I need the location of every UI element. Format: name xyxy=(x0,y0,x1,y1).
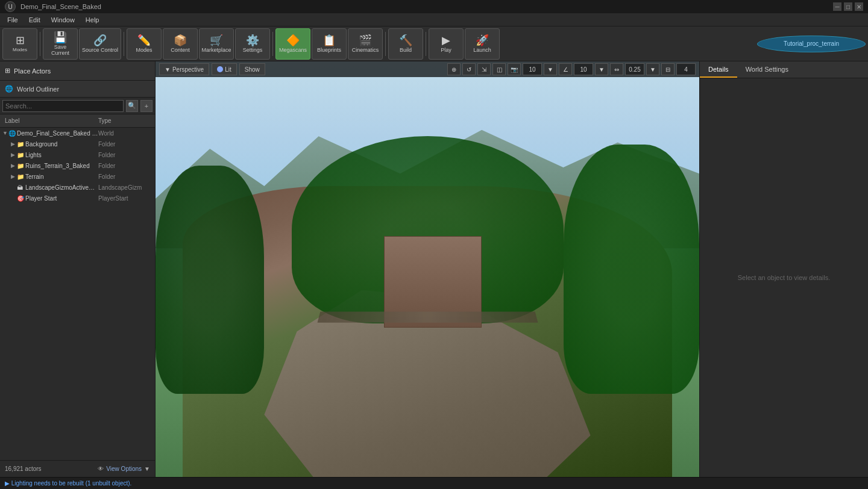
window-title: Demo_Final_Scene_Baked xyxy=(20,3,101,10)
ue-logo: U xyxy=(5,1,16,12)
trees-right xyxy=(564,145,700,394)
expand-icon-2: ▶ xyxy=(11,152,17,158)
build-button[interactable]: 🔨 Build xyxy=(388,28,423,60)
outliner-row-2[interactable]: ▶ 📁 Lights Folder xyxy=(0,149,155,160)
megascans-label: Megascans xyxy=(279,47,307,53)
viewport-tool-rotate-chevron[interactable]: ▼ xyxy=(595,63,608,75)
perspective-arrow: ▼ xyxy=(165,66,171,73)
viewport-tool-surface[interactable]: ◫ xyxy=(492,63,506,75)
viewport-scene xyxy=(156,61,699,477)
main-toolbar: ⊞ Modes 💾 Save Current 🔗 Source Control … xyxy=(0,26,868,61)
viewport-tool-scale-icon[interactable]: ⇔ xyxy=(610,63,623,75)
row-label-4: Terrain xyxy=(25,173,98,180)
viewport-toolbar: ▼ Perspective Lit Show ⊕ ↺ ⇲ ◫ 📷 10 ▼ ∠ … xyxy=(156,61,699,77)
lit-indicator xyxy=(217,66,223,72)
save-label: Save Current xyxy=(45,44,76,56)
search-input[interactable] xyxy=(2,100,124,112)
build-label: Build xyxy=(400,47,412,53)
menu-edit[interactable]: Edit xyxy=(24,15,45,25)
title-bar-left: U Demo_Final_Scene_Baked xyxy=(5,1,101,12)
close-button[interactable]: ✕ xyxy=(855,2,863,11)
source-control-button[interactable]: 🔗 Source Control xyxy=(79,28,121,60)
place-actors-title: Place Actors xyxy=(14,67,51,75)
row-icon-2: 📁 xyxy=(17,152,25,158)
content-button[interactable]: 📦 Content xyxy=(163,28,198,60)
view-options-label[interactable]: View Options xyxy=(106,466,142,472)
marketplace-icon: 🛒 xyxy=(210,35,223,46)
menu-help[interactable]: Help xyxy=(81,15,104,25)
viewport-tool-angle[interactable]: ∠ xyxy=(559,63,572,75)
cinematics-label: Cinematics xyxy=(352,47,379,53)
outliner-row-5[interactable]: 🏔 LandscapeGizmoActiveActor LandscapeGiz… xyxy=(0,182,155,193)
menu-file[interactable]: File xyxy=(2,15,23,25)
build-icon: 🔨 xyxy=(399,35,412,46)
viewport-tool-camera[interactable]: 📷 xyxy=(508,63,521,75)
outliner-row-4[interactable]: ▶ 📁 Terrain Folder xyxy=(0,171,155,182)
place-actors-icon: ⊞ xyxy=(16,35,25,46)
grid-size-field: 10 xyxy=(523,63,542,75)
lit-label: Lit xyxy=(225,66,231,73)
expand-icon-1: ▶ xyxy=(11,141,17,147)
details-tab[interactable]: Details xyxy=(700,62,737,78)
outliner-row-3[interactable]: ▶ 📁 Ruins_Terrain_3_Baked Folder xyxy=(0,160,155,171)
row-type-4: Folder xyxy=(98,173,153,180)
engine-version-label: Tutorial_proc_terrain xyxy=(784,40,839,47)
play-label: Play xyxy=(441,47,451,53)
select-message: Select an object to view details. xyxy=(738,274,830,281)
megascans-button[interactable]: 🔶 Megascans xyxy=(275,28,310,60)
outliner-row-1[interactable]: ▶ 📁 Background Folder xyxy=(0,139,155,149)
save-current-button[interactable]: 💾 Save Current xyxy=(43,28,78,60)
launch-button[interactable]: 🚀 Launch xyxy=(465,28,500,60)
col-label-header: Label xyxy=(2,117,98,124)
viewport-tool-grid-chevron[interactable]: ▼ xyxy=(544,63,557,75)
viewport-tool-translate[interactable]: ⊕ xyxy=(447,63,461,75)
outliner-row-0[interactable]: ▼ 🌐 Demo_Final_Scene_Baked (Editor) Worl… xyxy=(0,128,155,139)
blueprints-button[interactable]: 📋 Blueprints xyxy=(312,28,347,60)
toolbar-divider-5 xyxy=(426,32,426,56)
cinematics-button[interactable]: 🎬 Cinematics xyxy=(348,28,383,60)
lit-button[interactable]: Lit xyxy=(212,63,237,75)
place-actors-label: Modes xyxy=(13,47,27,52)
expand-icon-3: ▶ xyxy=(11,163,17,169)
maximize-button[interactable]: □ xyxy=(844,2,852,11)
rail-path xyxy=(317,312,538,323)
col-type-header: Type xyxy=(98,117,153,124)
world-settings-tab[interactable]: World Settings xyxy=(737,62,797,78)
source-control-icon: 🔗 xyxy=(93,35,107,46)
add-button[interactable]: + xyxy=(140,100,153,112)
left-panel: ⊞ Place Actors 🌐 World Outliner 🔍 + Labe… xyxy=(0,61,156,477)
minimize-button[interactable]: ─ xyxy=(833,2,841,11)
marketplace-button[interactable]: 🛒 Marketplace xyxy=(199,28,234,60)
play-button[interactable]: ▶ Play xyxy=(429,28,464,60)
row-label-3: Ruins_Terrain_3_Baked xyxy=(25,163,98,169)
launch-icon: 🚀 xyxy=(476,35,489,46)
row-icon-5: 🏔 xyxy=(17,184,25,191)
settings-icon: ⚙️ xyxy=(246,35,259,46)
search-button[interactable]: 🔍 xyxy=(126,100,138,112)
eye-icon: 👁 xyxy=(98,466,104,472)
viewport-tool-scale-chevron[interactable]: ▼ xyxy=(646,63,659,75)
toolbar-divider-3 xyxy=(272,32,273,56)
viewport-tool-scale[interactable]: ⇲ xyxy=(477,63,491,75)
menu-window[interactable]: Window xyxy=(46,15,80,25)
row-label-2: Lights xyxy=(25,152,98,158)
viewport-tool-4[interactable]: ⊟ xyxy=(661,63,675,75)
row-type-6: PlayerStart xyxy=(98,195,153,202)
row-icon-1: 📁 xyxy=(17,141,25,148)
modes-button[interactable]: ✏️ Modes xyxy=(127,28,162,60)
menu-bar: File Edit Window Help xyxy=(0,13,868,26)
show-button[interactable]: Show xyxy=(239,63,265,75)
perspective-button[interactable]: ▼ Perspective xyxy=(159,63,209,75)
row-type-3: Folder xyxy=(98,163,153,169)
place-actors-header: ⊞ Place Actors xyxy=(0,61,155,81)
right-panel-tabs: Details World Settings xyxy=(700,61,868,78)
show-label: Show xyxy=(245,66,260,73)
row-icon-4: 📁 xyxy=(17,173,25,180)
settings-button[interactable]: ⚙️ Settings xyxy=(235,28,270,60)
place-actors-button[interactable]: ⊞ Modes xyxy=(2,28,37,60)
row-icon-3: 📁 xyxy=(17,163,25,169)
place-actors-icon: ⊞ xyxy=(5,67,10,75)
outliner-row-6[interactable]: 🎯 Player Start PlayerStart xyxy=(0,193,155,204)
viewport-tool-rotate[interactable]: ↺ xyxy=(462,63,476,75)
search-bar: 🔍 + xyxy=(0,98,155,114)
